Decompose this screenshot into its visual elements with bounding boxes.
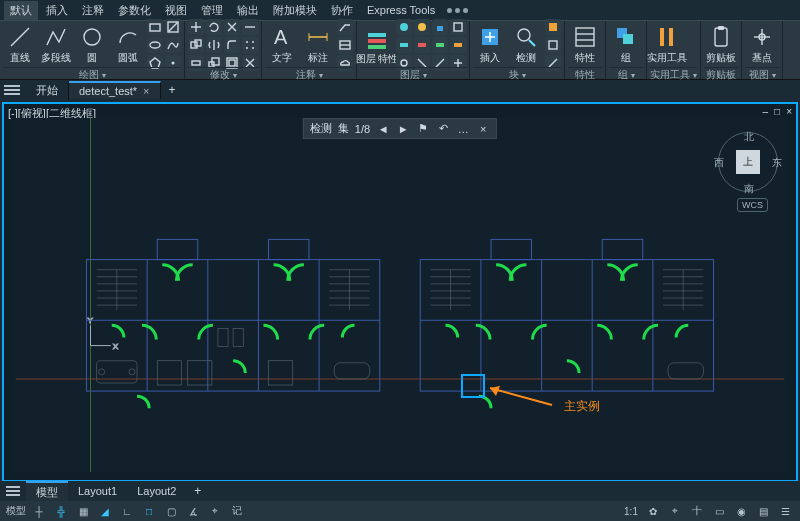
layer-lock-icon[interactable] [432,19,448,35]
table-icon[interactable] [337,37,353,53]
monitor-icon[interactable]: ▭ [710,503,728,519]
hamburger-icon[interactable] [4,82,20,98]
file-tab[interactable]: 开始 [26,81,69,100]
arc-button[interactable]: 圆弧 [111,23,145,67]
layer-prev-icon[interactable] [432,37,448,53]
dynamic-input-icon[interactable]: 记 [228,503,246,519]
file-tab[interactable]: detect_test*× [69,81,161,99]
rotate-icon[interactable] [206,19,222,35]
svg-rect-86 [157,361,181,385]
menu-item[interactable]: 附加模块 [267,1,323,20]
chevron-down-icon[interactable]: ▾ [102,71,106,80]
chevron-down-icon[interactable]: ▾ [522,71,526,80]
svg-rect-94 [602,239,642,259]
otrack-icon[interactable]: ▢ [162,503,180,519]
extend-icon[interactable] [242,19,258,35]
layout-tab[interactable]: 模型 [26,481,68,502]
panel-name: 绘图 [79,68,99,82]
maximize-icon[interactable]: □ [774,106,780,117]
snap-icon[interactable]: ╬ [52,503,70,519]
layer-uniso-icon[interactable] [414,37,430,53]
circle-button[interactable]: 圆 [75,23,109,67]
hatch-icon[interactable] [165,19,181,35]
dim-button[interactable]: 标注 [301,23,335,67]
transparency-icon[interactable]: ⌖ [206,503,224,519]
status-model-label[interactable]: 模型 [6,504,26,518]
menu-overflow-icon[interactable] [447,8,468,13]
insert-button[interactable]: 插入 [473,23,507,67]
svg-rect-33 [400,43,408,47]
osnap-icon[interactable]: □ [140,503,158,519]
chevron-down-icon[interactable]: ▾ [631,71,635,80]
menu-item[interactable]: 输出 [231,1,265,20]
origin-button[interactable]: 基点 [745,23,779,67]
menu-item[interactable]: 插入 [40,1,74,20]
leader-icon[interactable] [337,19,353,35]
menu-item[interactable]: 协作 [325,1,359,20]
mirror-icon[interactable] [206,37,222,53]
layer-state-icon[interactable] [450,37,466,53]
utilities-button[interactable]: 实用工具 [650,23,684,67]
svg-rect-19 [229,60,235,66]
chevron-down-icon[interactable]: ▾ [693,71,697,80]
chevron-down-icon[interactable]: ▾ [319,71,323,80]
menu-item[interactable]: 注释 [76,1,110,20]
layout-tab[interactable]: Layout2 [127,483,186,499]
create-block-icon[interactable] [545,19,561,35]
menu-item[interactable]: 参数化 [112,1,157,20]
properties-button[interactable]: 特性 [568,23,602,67]
svg-text:Y: Y [87,316,93,325]
text-button[interactable]: A 文字 [265,23,299,67]
polar-icon[interactable]: ◢ [96,503,114,519]
layer-off-icon[interactable] [414,19,430,35]
layout-tab[interactable]: Layout1 [68,483,127,499]
isolate-icon[interactable]: ◉ [732,503,750,519]
close-icon[interactable]: × [143,85,149,97]
chevron-down-icon[interactable]: ▾ [233,71,237,80]
isoplane-icon[interactable]: ∟ [118,503,136,519]
gear-icon[interactable]: ✿ [644,503,662,519]
copy-icon[interactable] [188,37,204,53]
workspace-icon[interactable]: 十 [688,503,706,519]
annotation-scale-icon[interactable]: ⌖ [666,503,684,519]
hamburger-icon[interactable] [6,486,20,496]
spline-icon[interactable] [165,37,181,53]
chevron-down-icon[interactable]: ▾ [423,71,427,80]
menu-item[interactable]: 视图 [159,1,193,20]
array-icon[interactable] [242,37,258,53]
file-tab-label: detect_test* [79,85,137,97]
grid-icon[interactable]: ┼ [30,503,48,519]
svg-point-30 [418,23,426,31]
cleanscreen-icon[interactable]: ▤ [754,503,772,519]
menu-item[interactable]: 默认 [4,1,38,20]
edit-block-icon[interactable] [545,37,561,53]
group-button[interactable]: 组 [609,23,643,67]
ortho-icon[interactable]: ▦ [74,503,92,519]
rect-icon[interactable] [147,19,163,35]
add-layout-button[interactable]: + [186,482,209,500]
fillet-icon[interactable] [224,37,240,53]
menu-item[interactable]: Express Tools [361,2,441,18]
line-button[interactable]: 直线 [3,23,37,67]
new-tab-button[interactable]: + [161,81,184,99]
layer-match-icon[interactable] [450,19,466,35]
minimize-icon[interactable]: – [763,106,769,117]
layer-freeze-icon[interactable] [396,19,412,35]
panel-clipboard: 剪贴板 剪贴板 [701,21,742,79]
menu-item[interactable]: 管理 [195,1,229,20]
chevron-down-icon[interactable]: ▾ [772,71,776,80]
viewport[interactable]: 检测 集 1/8 ◄ ► ⚑ ↶ … × 上 北 南 东 西 WCS [12,118,788,472]
ellipse-icon[interactable] [147,37,163,53]
layer-props-button[interactable]: 图层 特性 [360,23,394,67]
lineweight-icon[interactable]: ∡ [184,503,202,519]
trim-icon[interactable] [224,19,240,35]
customize-icon[interactable]: ☰ [776,503,794,519]
close-icon[interactable]: × [786,106,792,117]
detect-button[interactable]: 检测 [509,23,543,67]
clipboard-button[interactable]: 剪贴板 [704,23,738,67]
arc-label: 圆弧 [118,51,138,65]
move-icon[interactable] [188,19,204,35]
polyline-button[interactable]: 多段线 [39,23,73,67]
scale-button[interactable]: 1:1 [622,503,640,519]
layer-iso-icon[interactable] [396,37,412,53]
